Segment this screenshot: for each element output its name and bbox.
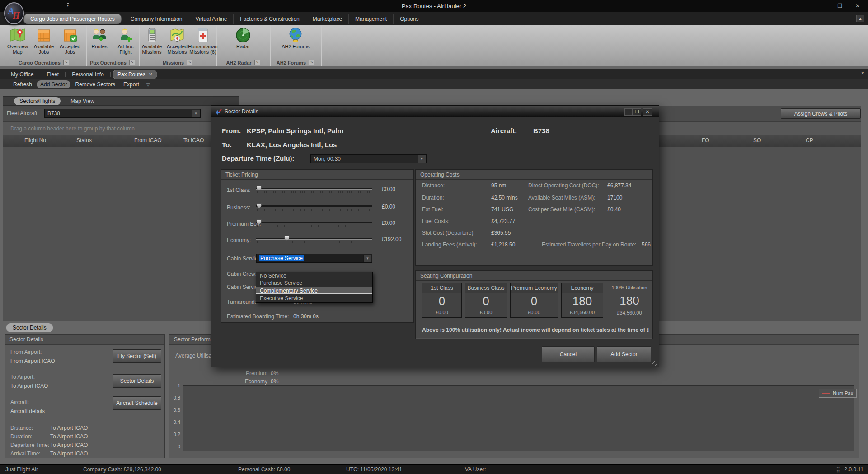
- ribbon-group-ah2-forums: AH2 Forums AH2 Forums↘: [270, 25, 321, 66]
- dialog-resize-grip[interactable]: [652, 361, 657, 366]
- toolbar-grip[interactable]: [3, 81, 5, 88]
- dialog-close-button[interactable]: ✕: [643, 108, 652, 116]
- fly-sector-button[interactable]: Fly Sector (Self): [113, 349, 161, 363]
- y-tick: 0.4: [169, 419, 180, 425]
- overview-map-button[interactable]: Overview Map: [5, 27, 31, 59]
- tab-sector-details[interactable]: Sector Details: [6, 323, 53, 332]
- document-close-icon[interactable]: ✕: [861, 70, 865, 76]
- slider-thumb[interactable]: [257, 203, 262, 208]
- travellers-label: Estimated Travellers per Day on Route:: [542, 242, 636, 248]
- ah2-forums-launcher-icon[interactable]: ↘: [309, 60, 314, 65]
- ribbon-tab-options[interactable]: Options: [394, 14, 425, 24]
- tab-pax-routes[interactable]: Pax Routes ✕: [113, 70, 157, 79]
- add-sector-button[interactable]: Add Sector: [37, 80, 70, 88]
- chevron-down-icon[interactable]: ▾: [418, 155, 426, 163]
- status-company-cash: Company Cash: £29,126,342.00: [83, 466, 161, 473]
- ribbon-tab-marketplace[interactable]: Marketplace: [306, 14, 349, 24]
- business-slider[interactable]: [256, 202, 372, 212]
- est-fuel-label: Est Fuel:: [422, 206, 443, 213]
- dropdown-option-executive-service[interactable]: Executive Service: [256, 295, 372, 302]
- tab-personal-info[interactable]: Personal Info: [67, 70, 108, 79]
- economy-slider[interactable]: [256, 234, 372, 244]
- ribbon-tab-company-info[interactable]: Company Information: [124, 14, 189, 24]
- status-airline: Just Flight Air: [5, 466, 38, 473]
- ah2-radar-launcher-icon[interactable]: ↘: [254, 60, 260, 65]
- dialog-maximize-button[interactable]: ❐: [633, 108, 641, 116]
- ribbon-item-label: Accepted Missions: [164, 44, 190, 55]
- tab-map-view[interactable]: Map View: [65, 97, 99, 105]
- chevron-down-icon[interactable]: ▾: [192, 110, 200, 117]
- radar-button[interactable]: Radar: [221, 27, 266, 59]
- dropdown-option-purchase-service[interactable]: Purchase Service: [256, 279, 372, 287]
- refresh-button[interactable]: Refresh: [9, 80, 36, 88]
- premium-eco-slider[interactable]: [256, 218, 372, 228]
- assign-crews-pilots-button[interactable]: Assign Crews & Pilots: [781, 108, 861, 119]
- dropdown-option-complementary-service[interactable]: Complementary Service: [256, 287, 372, 294]
- ribbon-tab-management[interactable]: Management: [349, 14, 394, 24]
- cargo-operations-launcher-icon[interactable]: ↘: [63, 60, 69, 65]
- ribbon: Overview Map Available Jobs Accepted Job…: [0, 25, 868, 66]
- accepted-jobs-button[interactable]: Accepted Jobs: [57, 27, 83, 59]
- minimize-button[interactable]: —: [815, 1, 830, 10]
- available-missions-button[interactable]: Available Missions: [139, 27, 164, 59]
- ribbon-tab-factories[interactable]: Factories & Construction: [234, 14, 306, 24]
- accepted-missions-button[interactable]: Accepted Missions: [164, 27, 190, 59]
- export-dropdown-icon[interactable]: ▽: [144, 82, 153, 87]
- column-header-from-icao[interactable]: From ICAO: [134, 137, 162, 144]
- travellers-value: 566: [642, 242, 651, 248]
- cancel-button[interactable]: Cancel: [542, 346, 595, 362]
- available-missions-icon: [143, 27, 160, 44]
- slider-thumb[interactable]: [257, 186, 262, 191]
- tab-my-office[interactable]: My Office: [6, 70, 38, 79]
- first-class-slider[interactable]: [256, 184, 372, 194]
- remove-sectors-button[interactable]: Remove Sectors: [71, 80, 119, 88]
- tab-fleet[interactable]: Fleet: [42, 70, 63, 79]
- dialog-from-value: KPSP, Palm Springs Intl, Palm: [247, 127, 343, 135]
- routes-button[interactable]: Routes: [86, 27, 113, 59]
- tab-sectors-flights[interactable]: Sectors/Flights: [14, 97, 61, 105]
- column-header-fo[interactable]: FO: [702, 137, 709, 144]
- slider-thumb[interactable]: [257, 219, 262, 224]
- column-header-flight-no[interactable]: Flight No: [24, 137, 46, 144]
- dialog-minimize-button[interactable]: —: [624, 108, 633, 116]
- column-header-to-icao[interactable]: To ICAO: [183, 137, 204, 144]
- fleet-aircraft-select[interactable]: B738 ▾: [44, 109, 201, 118]
- quick-access-customize-icon[interactable]: ▾: [67, 3, 69, 8]
- sector-details-button[interactable]: Sector Details: [113, 374, 161, 388]
- chevron-down-icon[interactable]: ▾: [363, 255, 371, 262]
- column-header-so[interactable]: SO: [753, 137, 761, 144]
- casm-label: Cost per Seat Mile (CASM):: [528, 206, 595, 213]
- close-button[interactable]: ✕: [850, 1, 865, 10]
- ah2-forums-button[interactable]: AH2 Forums: [273, 27, 318, 59]
- adhoc-flight-button[interactable]: Ad-hoc Flight: [113, 27, 139, 59]
- window-title: Pax Routes - AirHauler 2: [0, 3, 868, 9]
- utilisation-income: £34,560.00: [609, 310, 650, 316]
- num-pax-chart[interactable]: [183, 385, 854, 451]
- export-button[interactable]: Export: [120, 80, 143, 88]
- add-sector-dialog-button[interactable]: Add Sector: [597, 346, 651, 362]
- tab-close-icon[interactable]: ✕: [149, 72, 152, 77]
- app-logo[interactable]: A H: [4, 2, 24, 24]
- y-tick: 1: [169, 383, 180, 388]
- pax-operations-launcher-icon[interactable]: ↘: [129, 60, 135, 65]
- column-header-cp[interactable]: CP: [806, 137, 813, 144]
- document-tab-bar: My Office Fleet Personal Info Pax Routes…: [0, 69, 868, 79]
- aircraft-schedule-button[interactable]: Aircraft Schedule: [113, 396, 161, 410]
- business-label: Business:: [227, 204, 250, 211]
- distance-label: Distance:: [10, 425, 33, 431]
- ribbon-tab-cargo-pax[interactable]: Cargo Jobs and Passenger Routes: [23, 14, 122, 24]
- dialog-title-bar[interactable]: Sector Details — ❐ ✕: [211, 106, 659, 117]
- column-header-status[interactable]: Status: [76, 137, 92, 144]
- dropdown-option-no-service[interactable]: No Service: [256, 272, 372, 279]
- cabin-service-select[interactable]: Purchase Service ▾: [256, 254, 372, 263]
- humanitarian-missions-button[interactable]: Humanitarian Missions (6): [190, 27, 216, 59]
- ribbon-tab-virtual-airline[interactable]: Virtual Airline: [189, 14, 234, 24]
- maximize-button[interactable]: ❐: [832, 1, 848, 10]
- ribbon-collapse-icon[interactable]: ▲: [856, 15, 864, 22]
- duration-label: Duration:: [422, 195, 444, 201]
- arrival-time-label: Arrival Time:: [10, 451, 41, 457]
- departure-time-select[interactable]: Mon, 00:30 ▾: [310, 154, 427, 163]
- slider-thumb[interactable]: [284, 236, 289, 241]
- missions-launcher-icon[interactable]: ↘: [187, 60, 192, 65]
- available-jobs-button[interactable]: Available Jobs: [31, 27, 57, 59]
